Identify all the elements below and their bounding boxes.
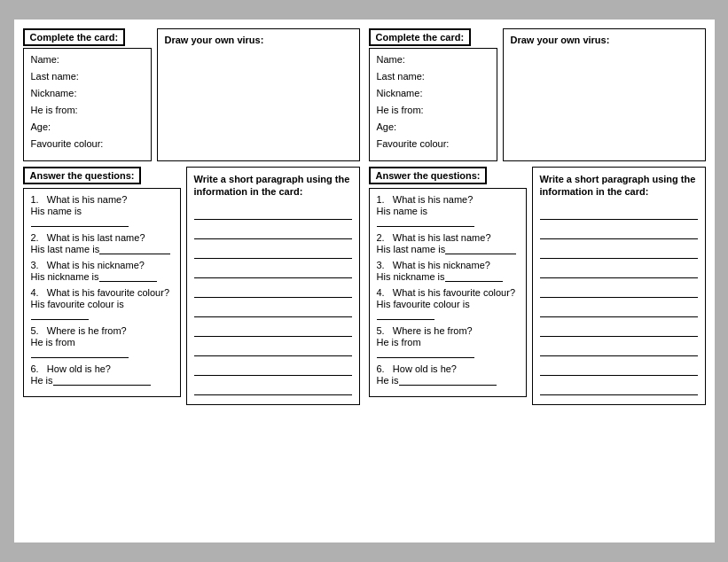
q-text-1-4: 4. What is his favourite colour?	[31, 287, 173, 298]
field-name-1: Name:	[31, 54, 144, 65]
draw-virus-section-1: Draw your own virus:	[157, 28, 360, 161]
write-line-2-2	[540, 223, 698, 239]
answer-1-1: His name is	[31, 206, 173, 227]
field-nickname-1: Nickname:	[31, 88, 144, 98]
answer-2-2: His last name is	[377, 244, 519, 254]
paragraph-label-2: Write a short paragraph using the inform…	[540, 173, 698, 199]
complete-card-header-1: Complete the card:	[23, 28, 126, 46]
q-text-1-3: 3. What is his nickname?	[31, 260, 173, 270]
field-age-2: Age:	[377, 121, 489, 132]
write-line-1-4	[194, 262, 352, 278]
top-row-1: Complete the card: Name: Last name: Nick…	[23, 28, 360, 161]
field-from-2: He is from:	[377, 105, 489, 115]
card-box-1: Name: Last name: Nickname: He is from: A…	[23, 48, 152, 161]
field-age-1: Age:	[31, 121, 144, 132]
draw-virus-label-2: Draw your own virus:	[511, 35, 698, 45]
answer-line-2-5	[377, 357, 474, 358]
question-2-3: 3. What is his nickname? His nickname is	[377, 260, 519, 282]
field-from-1: He is from:	[31, 105, 144, 115]
q-text-2-2: 2. What is his last name?	[377, 232, 519, 243]
complete-card-section-2: Complete the card: Name: Last name: Nick…	[369, 28, 497, 161]
answer-line-2-3	[445, 281, 503, 282]
q-text-2-6: 6. How old is he?	[377, 363, 519, 374]
questions-header-1: Answer the questions:	[23, 167, 142, 184]
question-2-1: 1. What is his name? His name is	[377, 194, 519, 227]
field-nickname-2: Nickname:	[377, 88, 489, 98]
bottom-row-2: Answer the questions: 1. What is his nam…	[369, 167, 706, 405]
write-line-1-6	[194, 301, 352, 317]
worksheet-2: Complete the card: Name: Last name: Nick…	[369, 28, 706, 534]
field-colour-2: Favourite colour:	[377, 138, 489, 149]
write-line-2-7	[540, 321, 698, 337]
question-1-3: 3. What is his nickname? His nickname is	[31, 260, 173, 282]
answer-line-1-3	[99, 281, 157, 282]
paragraph-label-1: Write a short paragraph using the inform…	[194, 173, 352, 199]
question-2-2: 2. What is his last name? His last name …	[377, 232, 519, 254]
complete-card-header-2: Complete the card:	[369, 28, 472, 46]
page: Complete the card: Name: Last name: Nick…	[14, 20, 715, 542]
q-text-1-5: 5. Where is he from?	[31, 325, 173, 336]
answer-line-2-6	[399, 385, 497, 386]
write-line-2-4	[540, 262, 698, 278]
answer-2-1: His name is	[377, 206, 519, 227]
write-line-2-8	[540, 340, 698, 356]
q-text-2-3: 3. What is his nickname?	[377, 260, 519, 270]
answer-line-1-2	[99, 254, 170, 254]
field-name-2: Name:	[377, 54, 489, 65]
questions-box-2: 1. What is his name? His name is 2. What…	[369, 188, 527, 397]
answer-line-1-6	[53, 385, 151, 386]
answer-line-2-2	[445, 254, 516, 254]
question-1-4: 4. What is his favourite colour? His fav…	[31, 287, 173, 320]
write-line-1-9	[194, 360, 352, 376]
write-line-2-5	[540, 282, 698, 298]
write-line-1-1	[194, 204, 352, 220]
answer-line-1-4	[31, 319, 89, 320]
q-text-1-6: 6. How old is he?	[31, 363, 173, 374]
question-1-2: 2. What is his last name? His last name …	[31, 232, 173, 254]
answer-1-2: His last name is	[31, 244, 173, 254]
answer-line-1-5	[31, 357, 129, 358]
paragraph-section-1: Write a short paragraph using the inform…	[186, 167, 360, 405]
q-text-2-1: 1. What is his name?	[377, 194, 519, 205]
answer-1-6: He is	[31, 375, 173, 386]
answer-line-2-4	[377, 319, 434, 320]
q-text-2-5: 5. Where is he from?	[377, 325, 519, 336]
field-lastname-2: Last name:	[377, 71, 489, 82]
write-line-1-8	[194, 340, 352, 356]
write-line-1-10	[194, 379, 352, 395]
card-box-2: Name: Last name: Nickname: He is from: A…	[369, 48, 497, 161]
write-line-2-3	[540, 243, 698, 259]
write-line-2-9	[540, 360, 698, 376]
field-lastname-1: Last name:	[31, 71, 144, 82]
question-1-6: 6. How old is he? He is	[31, 363, 173, 386]
answer-2-4: His favourite colour is	[377, 299, 519, 320]
top-row-2: Complete the card: Name: Last name: Nick…	[369, 28, 706, 161]
questions-section-2: Answer the questions: 1. What is his nam…	[369, 167, 527, 405]
write-line-2-10	[540, 379, 698, 395]
question-1-1: 1. What is his name? His name is	[31, 194, 173, 227]
answer-1-5: He is from	[31, 337, 173, 358]
write-line-1-2	[194, 223, 352, 239]
q-text-1-2: 2. What is his last name?	[31, 232, 173, 243]
answer-line-2-1	[377, 226, 474, 227]
worksheet-1: Complete the card: Name: Last name: Nick…	[23, 28, 360, 534]
draw-virus-label-1: Draw your own virus:	[165, 35, 352, 45]
answer-2-5: He is from	[377, 337, 519, 358]
answer-1-4: His favourite colour is	[31, 299, 173, 320]
q-text-2-4: 4. What is his favourite colour?	[377, 287, 519, 298]
question-2-5: 5. Where is he from? He is from	[377, 325, 519, 358]
bottom-row-1: Answer the questions: 1. What is his nam…	[23, 167, 360, 405]
questions-box-1: 1. What is his name? His name is 2. What…	[23, 188, 181, 397]
question-2-6: 6. How old is he? He is	[377, 363, 519, 386]
write-line-1-3	[194, 243, 352, 259]
write-line-2-1	[540, 204, 698, 220]
paragraph-section-2: Write a short paragraph using the inform…	[532, 167, 706, 405]
complete-card-section-1: Complete the card: Name: Last name: Nick…	[23, 28, 152, 161]
q-text-1-1: 1. What is his name?	[31, 194, 173, 205]
answer-1-3: His nickname is	[31, 271, 173, 282]
draw-virus-section-2: Draw your own virus:	[503, 28, 706, 161]
question-2-4: 4. What is his favourite colour? His fav…	[377, 287, 519, 320]
answer-line-1-1	[31, 226, 129, 227]
field-colour-1: Favourite colour:	[31, 138, 144, 149]
question-1-5: 5. Where is he from? He is from	[31, 325, 173, 358]
